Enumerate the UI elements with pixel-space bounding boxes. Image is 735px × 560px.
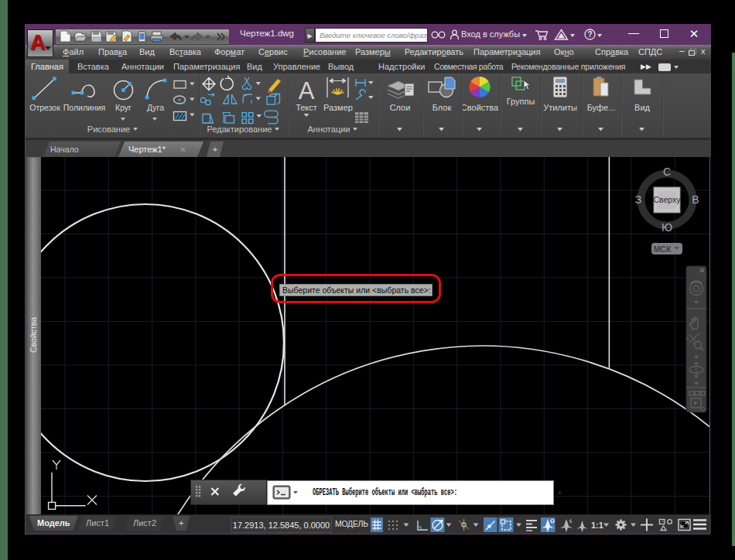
svg-text:Свойства: Свойства (461, 103, 499, 112)
svg-text:Текст: Текст (296, 103, 317, 112)
svg-text:В: В (692, 193, 699, 206)
svg-text:?: ? (587, 30, 592, 39)
svg-text:1:1: 1:1 (591, 521, 603, 530)
svg-text:Ю: Ю (662, 221, 672, 234)
svg-text:Слои: Слои (390, 103, 411, 112)
svg-text:МСК: МСК (654, 244, 672, 254)
svg-text:З: З (635, 193, 641, 206)
svg-text:Сверху: Сверху (653, 195, 681, 204)
svg-text:Группы: Группы (507, 97, 535, 106)
svg-text:Вид: Вид (634, 103, 650, 112)
svg-text:Размер: Размер (323, 103, 353, 112)
svg-text:Утилиты: Утилиты (543, 103, 577, 112)
svg-text:Блок: Блок (432, 103, 452, 112)
svg-text:Буфе...: Буфе... (587, 103, 616, 112)
svg-text:С: С (663, 166, 671, 178)
svg-text:A: A (299, 77, 315, 104)
